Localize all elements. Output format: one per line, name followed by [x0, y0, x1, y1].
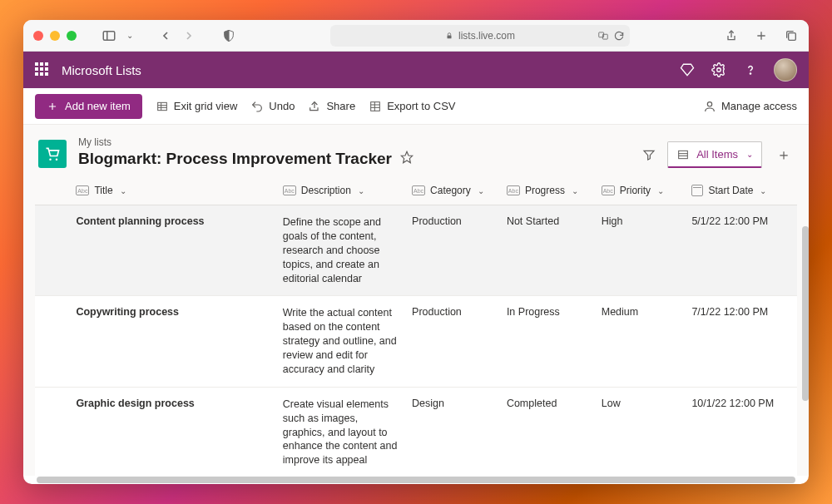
cell-description[interactable]: Write the actual content based on the co… [276, 296, 405, 387]
undo-button[interactable]: Undo [250, 100, 295, 113]
translate-icon[interactable] [597, 30, 610, 42]
svg-marker-26 [401, 151, 412, 162]
svg-point-24 [49, 158, 52, 161]
user-avatar[interactable] [774, 58, 797, 82]
horizontal-scrollbar[interactable] [37, 477, 795, 483]
browser-titlebar: ⌄ lists.live.com [23, 20, 809, 52]
column-header-start-date[interactable]: Start Date⌄ [685, 176, 797, 205]
table-row[interactable]: Graphic design process Create visual ele… [35, 388, 797, 476]
view-selector-button[interactable]: All Items ⌄ [667, 141, 762, 168]
column-header-progress[interactable]: AbcProgress⌄ [500, 176, 595, 205]
cell-progress[interactable]: Completed [500, 388, 595, 476]
list-view-icon [676, 148, 690, 161]
cell-start-date[interactable]: 7/1/22 12:00 PM [685, 296, 797, 387]
exit-grid-view-button[interactable]: Exit grid view [156, 100, 238, 113]
reload-icon[interactable] [613, 30, 625, 42]
premium-icon[interactable] [679, 62, 696, 78]
plus-icon [47, 101, 58, 112]
add-view-button[interactable]: ＋ [774, 145, 794, 165]
cell-start-date[interactable]: 5/1/22 12:00 PM [685, 205, 797, 296]
sidebar-toggle-icon[interactable] [102, 28, 116, 43]
row-handle[interactable] [35, 388, 69, 476]
svg-rect-19 [371, 101, 380, 111]
share-icon[interactable] [724, 28, 739, 43]
cell-title[interactable]: Copywriting process [69, 296, 275, 387]
cell-category[interactable]: Production [405, 205, 500, 296]
forward-button[interactable] [181, 28, 196, 43]
svg-rect-14 [157, 102, 166, 110]
list-header: My lists Blogmarkt: Process Improvement … [23, 125, 809, 176]
cart-icon [44, 146, 61, 162]
row-handle[interactable] [35, 205, 69, 296]
table-row[interactable]: Content planning process Define the scop… [35, 205, 797, 296]
cell-description[interactable]: Create visual elements such as images, g… [276, 388, 405, 476]
svg-rect-2 [447, 35, 451, 38]
maximize-window-button[interactable] [67, 31, 77, 41]
app-window: ⌄ lists.live.com [23, 20, 809, 484]
cell-category[interactable]: Production [405, 296, 500, 387]
vertical-scrollbar[interactable] [802, 226, 809, 401]
column-header-description[interactable]: AbcDescription⌄ [276, 176, 405, 205]
svg-point-10 [717, 68, 721, 72]
address-bar[interactable]: lists.live.com [330, 25, 630, 47]
select-column-header[interactable] [35, 176, 69, 205]
add-new-item-button[interactable]: Add new item [35, 94, 142, 119]
svg-point-25 [56, 158, 58, 161]
cell-title[interactable]: Content planning process [69, 205, 275, 296]
manage-access-button[interactable]: Manage access [703, 100, 797, 113]
help-icon[interactable] [742, 62, 759, 78]
command-bar: Add new item Exit grid view Undo Share E… [23, 88, 809, 125]
table-row[interactable]: Copywriting process Write the actual con… [35, 296, 797, 387]
new-tab-icon[interactable] [754, 28, 769, 43]
cell-priority[interactable]: High [595, 205, 686, 296]
grid-icon [156, 100, 169, 113]
minimize-window-button[interactable] [50, 31, 60, 41]
favorite-star-icon[interactable] [400, 151, 414, 167]
column-header-priority[interactable]: AbcPriority⌄ [595, 176, 686, 205]
cell-start-date[interactable]: 10/1/22 12:00 PM [685, 388, 797, 476]
sidebar-chevron-icon[interactable]: ⌄ [126, 31, 133, 40]
shield-icon[interactable] [221, 28, 236, 43]
traffic-lights [33, 31, 77, 41]
url-text: lists.live.com [458, 30, 515, 42]
cell-priority[interactable]: Low [595, 388, 686, 476]
tabs-overview-icon[interactable] [784, 28, 799, 43]
cell-progress[interactable]: In Progress [500, 296, 595, 387]
row-handle[interactable] [35, 296, 69, 387]
cell-priority[interactable]: Medium [595, 296, 686, 387]
grid-container: AbcTitle⌄ AbcDescription⌄ AbcCategory⌄ A… [23, 176, 809, 476]
cell-category[interactable]: Design [405, 388, 500, 476]
breadcrumb[interactable]: My lists [78, 136, 414, 148]
export-csv-button[interactable]: Export to CSV [369, 100, 455, 113]
calendar-icon [691, 185, 703, 196]
settings-icon[interactable] [711, 62, 727, 78]
cell-description[interactable]: Define the scope and goals of the conten… [276, 205, 405, 296]
list-icon [38, 140, 67, 168]
person-icon [703, 100, 716, 113]
horizontal-scrollbar-track [23, 476, 809, 484]
app-launcher-icon[interactable] [35, 62, 50, 77]
cell-progress[interactable]: Not Started [500, 205, 595, 296]
data-grid: AbcTitle⌄ AbcDescription⌄ AbcCategory⌄ A… [35, 176, 797, 476]
filter-icon[interactable] [642, 148, 656, 161]
chevron-down-icon: ⌄ [746, 150, 753, 159]
export-icon [369, 100, 382, 113]
column-header-category[interactable]: AbcCategory⌄ [405, 176, 500, 205]
list-title: Blogmarkt: Process Improvement Tracker [78, 150, 392, 168]
svg-point-11 [750, 73, 750, 74]
undo-icon [250, 100, 264, 113]
svg-rect-28 [679, 151, 688, 158]
svg-marker-27 [644, 151, 654, 160]
app-name: Microsoft Lists [62, 63, 141, 77]
svg-point-23 [707, 101, 711, 106]
column-header-title[interactable]: AbcTitle⌄ [69, 176, 275, 205]
svg-rect-8 [789, 32, 796, 40]
share-button[interactable]: Share [308, 100, 355, 113]
content-area: My lists Blogmarkt: Process Improvement … [23, 125, 809, 476]
svg-rect-0 [103, 31, 115, 40]
cell-title[interactable]: Graphic design process [69, 388, 275, 476]
share-arrow-icon [308, 100, 321, 113]
lock-icon [445, 32, 453, 40]
close-window-button[interactable] [33, 31, 43, 41]
back-button[interactable] [158, 28, 173, 43]
